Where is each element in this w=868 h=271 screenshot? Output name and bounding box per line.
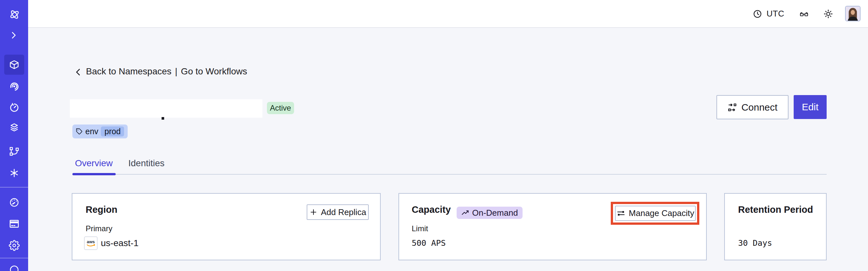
tag-value: prod (101, 126, 124, 137)
tag-key: env (85, 127, 98, 136)
connect-icon (727, 102, 737, 112)
sidebar-item-settings[interactable] (9, 240, 20, 251)
sliders-icon (617, 209, 625, 218)
edit-button-label: Edit (802, 101, 818, 113)
retention-card: Retention Period 30 Days (724, 193, 827, 260)
status-badge: Active (267, 102, 294, 114)
connect-button[interactable]: Connect (716, 95, 788, 119)
manage-capacity-label: Manage Capacity (629, 208, 694, 218)
credit-card-icon (9, 218, 20, 229)
tab-overview[interactable]: Overview (75, 158, 113, 169)
region-card: Region Add Replica Primary aws us-east-1 (72, 193, 381, 260)
sidebar-item-workflows[interactable] (9, 81, 20, 92)
gear-icon (9, 240, 20, 251)
tab-identities[interactable]: Identities (128, 158, 164, 169)
retention-card-title: Retention Period (738, 204, 813, 215)
sidebar-item-usage[interactable] (9, 197, 20, 208)
sidebar-item-nexus[interactable] (9, 168, 20, 179)
topbar (28, 0, 868, 28)
namespace-tag[interactable]: env prod (72, 124, 128, 139)
timezone-label[interactable]: UTC (767, 9, 784, 19)
gauge-icon (9, 197, 20, 208)
manage-capacity-button[interactable]: Manage Capacity (615, 206, 696, 221)
sidebar-divider (0, 258, 28, 259)
sidebar-divider (0, 187, 28, 187)
clock-rotate-icon (9, 102, 20, 113)
branch-icon (9, 146, 20, 157)
sidebar (0, 0, 28, 271)
connect-button-label: Connect (741, 102, 777, 113)
capacity-card: Capacity On-Demand Manage Capacity Limit… (399, 193, 707, 260)
glasses-icon[interactable] (799, 9, 809, 19)
capacity-value: 500 APS (412, 238, 446, 248)
asterisk-icon (9, 168, 20, 179)
sidebar-item-billing[interactable] (9, 218, 20, 229)
region-field-label: Primary (86, 224, 113, 233)
sidebar-expand-chevron-icon[interactable] (9, 30, 20, 41)
breadcrumb-separator: | (175, 66, 178, 77)
breadcrumb: Back to Namespaces | Go to Workflows (86, 66, 247, 77)
back-chevron-icon[interactable] (73, 67, 83, 77)
sidebar-item-schedules[interactable] (9, 102, 20, 113)
theme-sun-icon[interactable] (823, 9, 833, 19)
aws-logo-text: aws (87, 239, 95, 244)
layers-icon (9, 122, 20, 133)
breadcrumb-workflows-link[interactable]: Go to Workflows (181, 66, 247, 77)
retention-value: 30 Days (738, 238, 772, 248)
on-demand-label: On-Demand (472, 208, 518, 218)
tab-active-underline (72, 173, 116, 175)
sidebar-item-pipelines[interactable] (9, 146, 20, 157)
app-root: UTC Back to Namespaces | Go to Workflows (0, 0, 868, 271)
timezone-clock-icon[interactable] (753, 9, 762, 19)
cube-icon (9, 59, 20, 70)
region-card-title: Region (86, 204, 117, 215)
on-demand-badge: On-Demand (457, 207, 523, 219)
add-replica-label: Add Replica (321, 207, 366, 217)
trending-up-icon (461, 209, 469, 217)
tabs-rule (72, 174, 827, 175)
breadcrumb-back-link[interactable]: Back to Namespaces (86, 66, 172, 77)
capacity-card-title: Capacity (412, 204, 451, 215)
namespace-title-dot (162, 117, 164, 120)
add-replica-button[interactable]: Add Replica (307, 204, 369, 220)
capacity-field-label: Limit (412, 224, 428, 233)
sidebar-item-deployments[interactable] (9, 122, 20, 133)
region-value: us-east-1 (101, 238, 138, 248)
edit-button[interactable]: Edit (794, 95, 827, 119)
avatar[interactable] (845, 6, 861, 21)
spiral-icon (9, 81, 20, 92)
namespace-title-redacted (70, 99, 262, 118)
support-circle-icon (9, 264, 20, 271)
sidebar-item-namespaces[interactable] (9, 59, 20, 70)
aws-provider-chip: aws (84, 236, 98, 250)
plus-icon (309, 208, 318, 216)
temporal-logo-icon (9, 9, 20, 20)
tag-icon (76, 128, 83, 135)
sidebar-item-support[interactable] (9, 264, 20, 271)
